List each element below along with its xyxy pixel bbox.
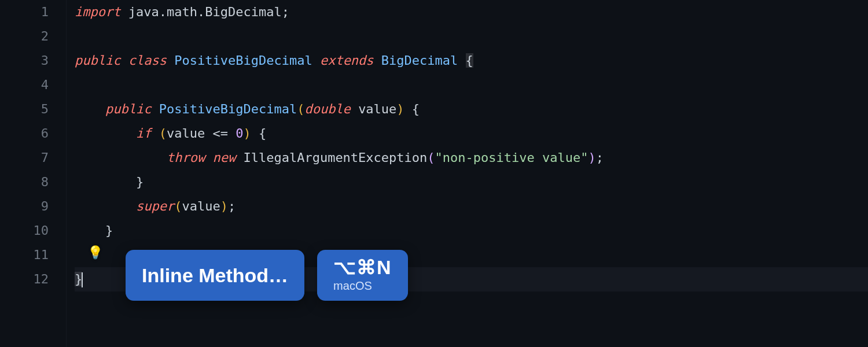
action-label: Inline Method… [142,264,288,287]
code-line[interactable] [75,73,868,97]
shortcut-keys: ⌥⌘N [333,257,392,278]
code-line[interactable]: if (value <= 0) { [75,121,868,146]
line-number: 1 [0,0,49,24]
hint-popup-row: Inline Method… ⌥⌘N macOS [126,250,408,301]
code-line[interactable]: import java.math.BigDecimal; [75,0,868,24]
line-number: 9 [0,194,49,219]
shortcut-os: macOS [333,279,372,293]
line-number: 3 [0,49,49,73]
code-line[interactable] [75,24,868,49]
line-number: 7 [0,146,49,170]
inline-method-action[interactable]: Inline Method… [126,250,304,301]
line-number: 10 [0,219,49,243]
line-number: 2 [0,24,49,49]
lightbulb-icon[interactable]: 💡 [87,246,103,259]
line-number: 5 [0,97,49,121]
line-number: 12 [0,267,49,291]
line-number: 6 [0,121,49,146]
code-line[interactable]: public PositiveBigDecimal(double value) … [75,97,868,121]
line-number: 4 [0,73,49,97]
shortcut-hint: ⌥⌘N macOS [317,250,408,301]
code-line[interactable]: } [75,170,868,194]
line-number: 11 [0,243,49,267]
code-line[interactable]: throw new IllegalArgumentException("non-… [75,146,868,170]
code-line[interactable]: public class PositiveBigDecimal extends … [75,49,868,73]
code-line[interactable]: super(value); [75,194,868,219]
code-line[interactable]: } [75,219,868,243]
line-gutter: 1 2 3 4 5 6 7 8 9 10 11 12 [0,0,67,347]
line-number: 8 [0,170,49,194]
